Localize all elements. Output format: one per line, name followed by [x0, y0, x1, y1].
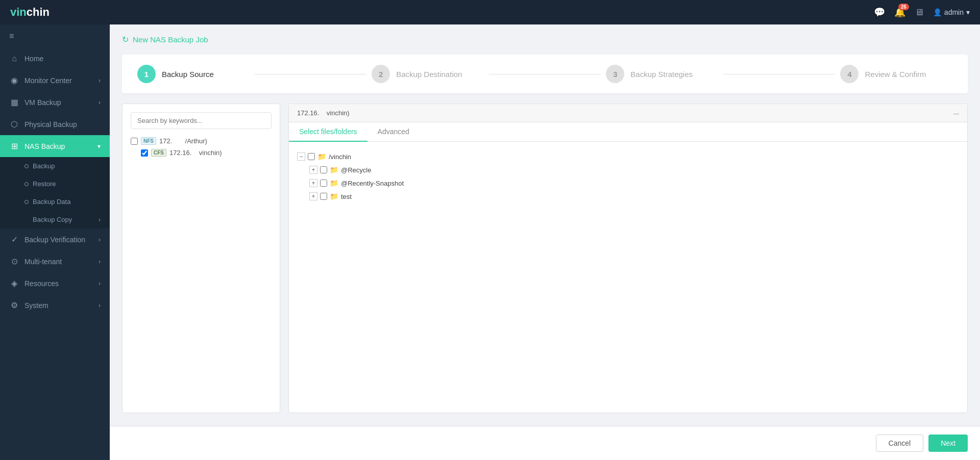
- navbar-right: 💬 🔔 26 🖥 👤 admin ▾: [874, 7, 970, 18]
- folder-icon: 📁: [330, 166, 338, 174]
- expand-icon[interactable]: +: [309, 166, 317, 174]
- expand-icon[interactable]: +: [309, 179, 317, 187]
- wizard-step-2: 2 Backup Destination: [372, 65, 484, 83]
- left-panel: NFS 172. /Arthur) CFS 172.16. vinchin): [122, 104, 280, 413]
- expand-icon[interactable]: −: [297, 152, 305, 161]
- file-tree-item-snapshot[interactable]: + 📁 @Recently-Snapshot: [309, 176, 959, 190]
- chevron-icon: ›: [99, 216, 101, 223]
- chevron-icon: ›: [99, 280, 101, 287]
- file-tree-item-recycle[interactable]: + 📁 @Recycle: [309, 163, 959, 176]
- sidebar-item-home[interactable]: ⌂ Home: [0, 48, 110, 69]
- dot-icon: [24, 200, 29, 204]
- sidebar-item-backup-verification[interactable]: ✓ Backup Verification ›: [0, 228, 110, 250]
- chevron-icon: ›: [99, 99, 101, 106]
- user-chevron-icon: ▾: [966, 8, 970, 16]
- file-label-test: test: [341, 193, 352, 200]
- multi-tenant-icon: ⊙: [9, 257, 19, 266]
- notifications-icon[interactable]: 🔔 26: [894, 7, 905, 18]
- sidebar-toggle[interactable]: ≡: [0, 24, 110, 48]
- file-checkbox-test[interactable]: [320, 193, 327, 200]
- sidebar-item-nas-backup[interactable]: ⊞ NAS Backup ▾: [0, 135, 110, 157]
- next-button[interactable]: Next: [928, 435, 968, 452]
- search-input[interactable]: [131, 112, 272, 129]
- tab-select-files[interactable]: Select files/folders: [289, 122, 368, 142]
- backup-verification-icon: ✓: [9, 235, 19, 244]
- refresh-icon[interactable]: ↻: [122, 35, 129, 44]
- sidebar-item-label: Resources: [24, 279, 59, 288]
- nas-text-nfs: 172. /Arthur): [159, 137, 207, 145]
- panel-tabs: Select files/folders Advanced: [289, 122, 967, 142]
- file-tree-root[interactable]: − 📁 /vinchin: [297, 150, 959, 163]
- tab-advanced[interactable]: Advanced: [368, 122, 420, 142]
- step-number-4: 4: [840, 65, 859, 83]
- right-panel: 172.16. vinchin) — Select files/folders …: [288, 104, 968, 413]
- logo: vinchin: [10, 6, 50, 19]
- cancel-button[interactable]: Cancel: [876, 435, 924, 452]
- sidebar-sub-item-backup-data[interactable]: Backup Data: [0, 193, 110, 211]
- sub-item-label: Backup Copy: [33, 216, 72, 223]
- nfs-badge: NFS: [141, 137, 156, 145]
- sidebar-item-system[interactable]: ⚙ System ›: [0, 294, 110, 316]
- nas-checkbox-cifs[interactable]: [141, 149, 148, 157]
- monitor-icon[interactable]: 🖥: [915, 7, 924, 18]
- sidebar-item-label: System: [24, 301, 48, 310]
- sidebar-item-monitor-center[interactable]: ◉ Monitor Center ›: [0, 69, 110, 91]
- sidebar-item-vm-backup[interactable]: ▦ VM Backup ›: [0, 91, 110, 113]
- sidebar-sub-item-restore[interactable]: Restore: [0, 175, 110, 193]
- home-icon: ⌂: [9, 54, 19, 63]
- wizard-steps: 1 Backup Source 2 Backup Destination 3 B…: [122, 55, 968, 93]
- navbar: vinchin 💬 🔔 26 🖥 👤 admin ▾: [0, 0, 980, 24]
- wizard-divider-2: [489, 74, 601, 74]
- sidebar-item-label: Backup Verification: [24, 236, 85, 244]
- sub-item-label: Backup Data: [33, 198, 70, 206]
- step-number-1: 1: [137, 65, 156, 83]
- sidebar-item-physical-backup[interactable]: ⬡ Physical Backup: [0, 113, 110, 135]
- logo-vin: vin: [10, 6, 27, 18]
- nas-tree-item-cifs[interactable]: CFS 172.16. vinchin): [131, 147, 272, 159]
- file-checkbox-vinchin[interactable]: [308, 153, 315, 160]
- nas-backup-icon: ⊞: [9, 141, 19, 151]
- vm-backup-icon: ▦: [9, 97, 19, 107]
- sidebar-sub-item-backup-copy[interactable]: Backup Copy ›: [0, 211, 110, 228]
- nas-tree-item-nfs[interactable]: NFS 172. /Arthur): [131, 135, 272, 147]
- main-layout: ≡ ⌂ Home ◉ Monitor Center › ▦ VM Backup …: [0, 24, 980, 460]
- chevron-icon: ›: [99, 258, 101, 265]
- file-tree-item-test[interactable]: + 📁 test: [309, 190, 959, 203]
- collapse-icon[interactable]: —: [953, 110, 959, 116]
- nas-backup-submenu: Backup Restore Backup Data Backup Copy ›: [0, 157, 110, 228]
- step-number-2: 2: [372, 65, 390, 83]
- file-checkbox-recycle[interactable]: [320, 166, 327, 173]
- chevron-icon: ›: [99, 302, 101, 309]
- sidebar-item-resources[interactable]: ◈ Resources ›: [0, 272, 110, 294]
- monitor-center-icon: ◉: [9, 75, 19, 85]
- sidebar-item-multi-tenant[interactable]: ⊙ Multi-tenant ›: [0, 250, 110, 272]
- user-menu[interactable]: 👤 admin ▾: [933, 8, 970, 16]
- cifs-badge: CFS: [151, 149, 166, 157]
- step-number-3: 3: [606, 65, 624, 83]
- chevron-icon: ›: [99, 77, 101, 84]
- sidebar-item-label: Multi-tenant: [24, 258, 62, 266]
- content-area: ↻ New NAS Backup Job 1 Backup Source 2 B…: [110, 24, 980, 426]
- step-label-3: Backup Strategies: [630, 70, 693, 79]
- right-panel-path: 172.16. vinchin): [297, 109, 350, 117]
- step-label-4: Review & Confirm: [865, 70, 926, 79]
- chevron-icon: ›: [99, 236, 101, 243]
- user-name: admin: [944, 8, 964, 16]
- dot-icon: [24, 164, 29, 168]
- messages-icon[interactable]: 💬: [874, 7, 885, 18]
- page-title: New NAS Backup Job: [133, 35, 208, 44]
- file-label-recycle: @Recycle: [341, 166, 371, 174]
- folder-icon: 📁: [330, 179, 338, 187]
- folder-icon: 📁: [330, 192, 338, 200]
- physical-backup-icon: ⬡: [9, 119, 19, 129]
- file-checkbox-snapshot[interactable]: [320, 180, 327, 187]
- wizard-step-3: 3 Backup Strategies: [606, 65, 718, 83]
- file-tree-root-label: /vinchin: [329, 153, 351, 161]
- sidebar: ≡ ⌂ Home ◉ Monitor Center › ▦ VM Backup …: [0, 24, 110, 460]
- nas-checkbox-nfs[interactable]: [131, 138, 138, 145]
- sidebar-sub-item-backup[interactable]: Backup: [0, 157, 110, 175]
- sidebar-item-label: Monitor Center: [24, 76, 72, 85]
- nas-source-tree: NFS 172. /Arthur) CFS 172.16. vinchin): [131, 135, 272, 159]
- wizard-step-4: 4 Review & Confirm: [840, 65, 952, 83]
- expand-icon[interactable]: +: [309, 192, 317, 200]
